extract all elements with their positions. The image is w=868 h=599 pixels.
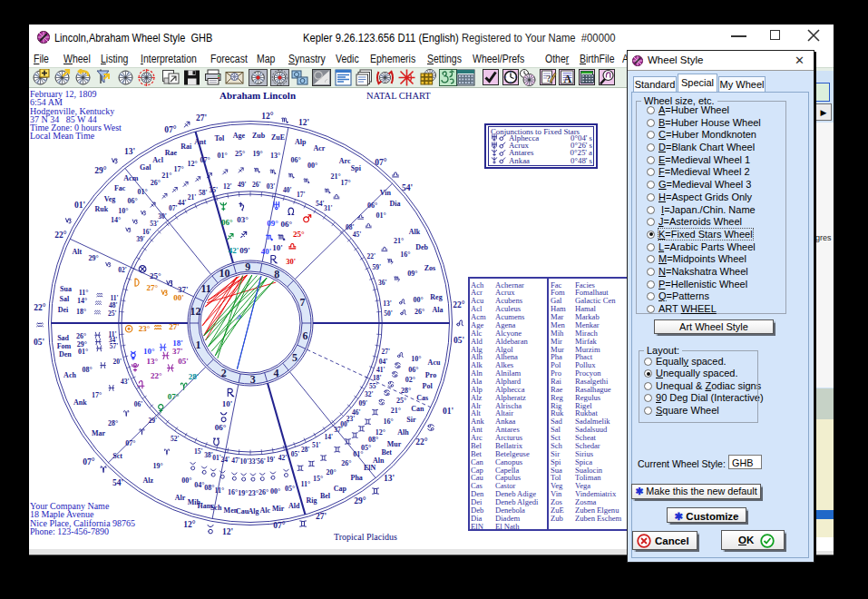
svg-text:16°: 16° — [384, 417, 394, 426]
svg-text:A: A — [564, 73, 572, 85]
svg-text:01°: 01° — [137, 188, 147, 196]
svg-text:21°: 21° — [161, 172, 171, 180]
svg-text:21°: 21° — [391, 407, 401, 415]
svg-text:54': 54' — [402, 183, 413, 192]
svg-text:Fom: Fom — [57, 342, 72, 350]
svg-text:35': 35' — [209, 186, 218, 194]
svg-text:02': 02' — [118, 266, 127, 274]
svg-text:01°: 01° — [375, 211, 385, 220]
svg-text:12': 12' — [222, 527, 233, 536]
svg-text:42': 42' — [278, 454, 288, 462]
svg-text:Alr: Alr — [175, 494, 186, 502]
svg-text:29°: 29° — [89, 254, 99, 262]
svg-text:Pha: Pha — [351, 474, 363, 482]
svg-text:18°: 18° — [76, 308, 86, 316]
svg-text:27': 27' — [316, 512, 327, 521]
svg-text:Ruk: Ruk — [94, 205, 108, 213]
svg-text:7: 7 — [299, 296, 305, 309]
svg-text:01': 01' — [443, 407, 454, 416]
svg-text:37': 37' — [334, 426, 343, 434]
svg-text:25°: 25° — [235, 150, 245, 158]
svg-text:Alt: Alt — [72, 248, 82, 256]
svg-text:07°: 07° — [200, 156, 210, 164]
svg-text:07°: 07° — [273, 521, 286, 530]
svg-text:16': 16' — [142, 228, 151, 236]
svg-text:06°: 06° — [127, 197, 137, 205]
svg-text:20°: 20° — [327, 468, 336, 476]
svg-text:21': 21' — [188, 193, 197, 201]
svg-text:17°: 17° — [173, 165, 183, 173]
svg-text:ElN: ElN — [364, 464, 376, 472]
svg-text:07°: 07° — [168, 392, 180, 401]
svg-text:15': 15' — [194, 447, 203, 456]
svg-text:56': 56' — [257, 457, 266, 466]
svg-text:25°: 25° — [396, 397, 406, 405]
svg-text:20': 20' — [113, 358, 122, 366]
svg-text:07°: 07° — [125, 439, 135, 447]
svg-text:22°: 22° — [415, 437, 428, 447]
svg-text:41': 41' — [376, 366, 385, 374]
svg-text:26°: 26° — [341, 459, 351, 467]
svg-text:12: 12 — [190, 305, 201, 318]
svg-text:01': 01' — [212, 454, 221, 462]
svg-text:26°: 26° — [258, 488, 268, 496]
svg-text:17°: 17° — [340, 179, 350, 187]
svg-text:0°48' s: 0°48' s — [571, 156, 592, 165]
svg-text:11: 11 — [200, 282, 210, 295]
svg-text:Mih: Mih — [188, 498, 201, 506]
svg-text:26°: 26° — [414, 308, 424, 316]
svg-text:12°: 12° — [183, 520, 196, 529]
svg-text:26': 26' — [252, 181, 261, 189]
svg-text:Cas: Cas — [416, 394, 428, 402]
svg-text:53': 53' — [150, 220, 159, 228]
svg-text:05': 05' — [34, 338, 44, 347]
svg-text:Fac: Fac — [114, 184, 126, 192]
svg-text:2: 2 — [221, 367, 227, 379]
svg-text:Vin: Vin — [380, 189, 392, 197]
svg-text:Mir: Mir — [272, 505, 285, 513]
svg-text:19': 19' — [267, 456, 276, 464]
svg-text:19°: 19° — [253, 150, 263, 158]
svg-text:04': 04' — [379, 358, 388, 366]
svg-text:07°: 07° — [164, 125, 177, 134]
svg-text:11°: 11° — [215, 486, 225, 495]
svg-text:25°: 25° — [150, 271, 161, 280]
svg-text:47': 47' — [231, 457, 240, 465]
svg-text:10°: 10° — [118, 207, 128, 215]
svg-text:00': 00' — [173, 293, 184, 302]
svg-text:06°: 06° — [221, 218, 233, 227]
svg-text:39': 39' — [136, 235, 145, 243]
svg-text:Mar: Mar — [92, 429, 106, 437]
svg-text:32': 32' — [365, 390, 374, 398]
svg-text:37': 37' — [172, 347, 183, 356]
svg-text:22°: 22° — [151, 371, 162, 380]
svg-text:25': 25' — [108, 309, 117, 318]
svg-text:Ant: Ant — [194, 138, 206, 146]
svg-text:05': 05' — [178, 357, 189, 366]
svg-text:13°: 13° — [146, 357, 158, 366]
svg-text:27°: 27° — [146, 283, 158, 292]
svg-text:Alz: Alz — [143, 476, 154, 485]
svg-text:08': 08' — [346, 223, 355, 231]
svg-text:44': 44' — [178, 199, 187, 207]
svg-text:Alg: Alg — [249, 507, 259, 516]
svg-text:4: 4 — [274, 367, 279, 379]
svg-text:40': 40' — [261, 247, 272, 256]
svg-text:05°: 05° — [285, 485, 295, 493]
svg-text:12°: 12° — [187, 160, 197, 168]
svg-text:5: 5 — [292, 351, 297, 364]
svg-text:Ach: Ach — [63, 371, 76, 379]
svg-text:29°: 29° — [354, 496, 366, 506]
svg-text:59': 59' — [373, 263, 382, 271]
svg-text:30': 30' — [286, 257, 296, 266]
svg-text:Age: Age — [233, 132, 246, 140]
svg-text:02°: 02° — [405, 376, 415, 384]
svg-text:17': 17' — [297, 191, 306, 199]
svg-text:55': 55' — [369, 382, 378, 390]
svg-text:26°: 26° — [76, 332, 86, 340]
svg-text:06': 06' — [134, 400, 143, 408]
svg-text:48': 48' — [109, 301, 118, 309]
svg-text:33': 33' — [249, 457, 258, 466]
svg-text:Acr: Acr — [313, 144, 325, 152]
svg-text:06°: 06° — [408, 366, 418, 374]
